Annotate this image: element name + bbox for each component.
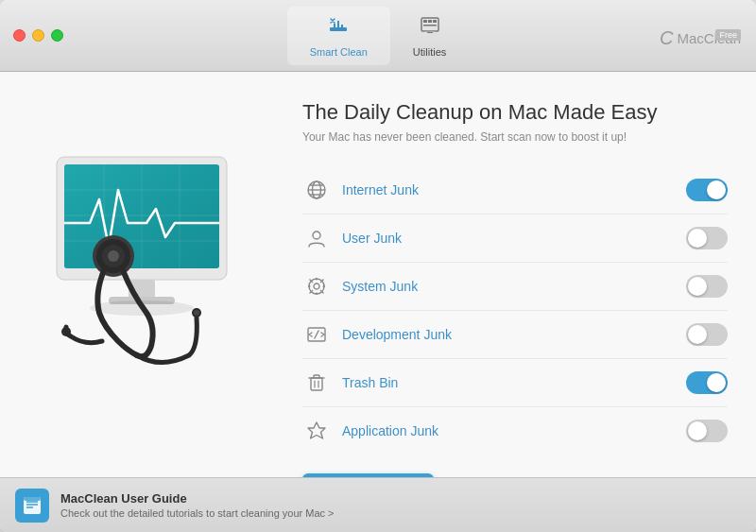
development-junk-knob — [688, 325, 707, 344]
development-junk-toggle[interactable] — [686, 323, 728, 346]
toggle-item-system-junk: System Junk — [302, 263, 728, 311]
tab-bar: Smart Clean Utilities — [0, 7, 756, 65]
maximize-button[interactable] — [51, 29, 63, 42]
logo-letter: C — [660, 27, 673, 49]
application-junk-icon — [302, 417, 331, 445]
minimize-button[interactable] — [32, 29, 44, 42]
footer-guide-icon — [15, 489, 49, 523]
svg-rect-10 — [424, 31, 436, 32]
user-junk-label: User Junk — [342, 231, 686, 246]
trash-bin-label: Trash Bin — [342, 375, 686, 390]
footer: MacClean User Guide Check out the detail… — [0, 477, 756, 532]
system-junk-label: System Junk — [342, 279, 686, 294]
tab-smart-clean-label: Smart Clean — [310, 46, 368, 58]
svg-rect-8 — [423, 25, 437, 26]
left-panel — [0, 72, 284, 477]
mac-illustration — [38, 147, 246, 403]
trash-bin-toggle[interactable] — [686, 371, 728, 394]
footer-title: MacClean User Guide — [60, 491, 335, 506]
system-junk-knob — [688, 277, 707, 296]
headline: The Daily Cleanup on Mac Made Easy — [302, 100, 728, 125]
svg-rect-0 — [330, 27, 347, 31]
svg-point-26 — [108, 250, 119, 262]
svg-point-42 — [314, 283, 319, 289]
utilities-icon — [419, 14, 441, 43]
toggle-item-user-junk: User Junk — [302, 215, 728, 263]
application-junk-toggle[interactable] — [686, 420, 728, 442]
toggle-list: Internet Junk User Junk — [302, 166, 728, 455]
toggle-item-development-junk: Development Junk — [302, 311, 728, 359]
title-bar: Smart Clean Utilities — [0, 0, 756, 72]
footer-text: MacClean User Guide Check out the detail… — [60, 491, 335, 519]
svg-rect-7 — [433, 20, 437, 23]
internet-junk-label: Internet Junk — [342, 182, 686, 197]
user-junk-icon — [302, 224, 331, 252]
toggle-item-trash-bin: Trash Bin — [302, 359, 728, 407]
svg-rect-3 — [341, 25, 343, 27]
internet-junk-knob — [707, 180, 726, 199]
user-junk-toggle[interactable] — [686, 227, 728, 249]
internet-junk-icon — [302, 176, 331, 204]
system-junk-icon — [302, 272, 331, 300]
user-junk-knob — [688, 229, 707, 248]
trash-bin-knob — [707, 373, 726, 392]
free-badge: Free — [715, 29, 741, 41]
footer-subtitle[interactable]: Check out the detailed tutorials to star… — [60, 507, 335, 519]
tab-smart-clean[interactable]: Smart Clean — [287, 7, 390, 65]
subheadline: Your Mac has never been cleaned. Start s… — [302, 130, 728, 144]
right-panel: The Daily Cleanup on Mac Made Easy Your … — [284, 72, 756, 477]
development-junk-icon — [302, 320, 331, 349]
toggle-item-application-junk: Application Junk — [302, 407, 728, 455]
toggle-item-internet-junk: Internet Junk — [302, 166, 728, 215]
tab-utilities[interactable]: Utilities — [390, 7, 469, 65]
tab-utilities-label: Utilities — [413, 46, 446, 58]
svg-line-48 — [315, 331, 318, 338]
macclean-logo: Free C MacClean — [660, 22, 741, 49]
svg-rect-5 — [423, 20, 427, 23]
application-junk-label: Application Junk — [342, 423, 686, 438]
svg-point-30 — [194, 310, 199, 316]
svg-point-36 — [313, 232, 320, 239]
app-window: Smart Clean Utilities — [0, 0, 756, 532]
window-controls — [0, 29, 63, 42]
internet-junk-toggle[interactable] — [686, 179, 728, 201]
development-junk-label: Development Junk — [342, 327, 686, 342]
close-button[interactable] — [13, 29, 26, 42]
main-content: The Daily Cleanup on Mac Made Easy Your … — [0, 72, 756, 477]
svg-rect-6 — [428, 20, 432, 23]
smart-clean-icon — [327, 14, 350, 43]
svg-rect-1 — [334, 24, 335, 27]
system-junk-toggle[interactable] — [686, 275, 728, 298]
application-junk-knob — [688, 421, 707, 440]
svg-rect-49 — [311, 378, 322, 390]
trash-bin-icon — [302, 369, 331, 397]
svg-rect-2 — [337, 21, 339, 27]
svg-rect-57 — [24, 497, 41, 501]
